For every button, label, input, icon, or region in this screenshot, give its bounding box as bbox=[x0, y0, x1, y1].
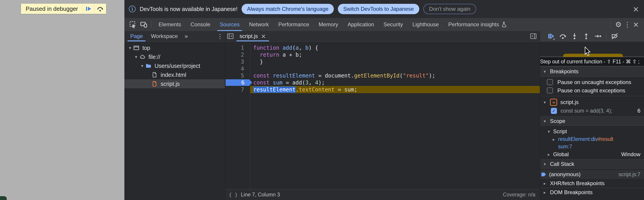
var-value-id: #result bbox=[598, 136, 613, 142]
dom-breakpoints-header[interactable]: ▸ DOM Breakpoints bbox=[540, 188, 644, 197]
step-out-tooltip: Step out of current function - ⇧ F11 - ⌘… bbox=[540, 57, 644, 66]
breakpoints-section-header[interactable]: ▾ Breakpoints bbox=[540, 66, 644, 76]
line-number-1[interactable]: 1 bbox=[225, 44, 250, 51]
navigator-menu-kebab-icon[interactable]: ⋮ bbox=[215, 31, 225, 41]
code-editor[interactable]: 1function add(a, b) {2 return a + b;3 }4… bbox=[225, 41, 540, 189]
tab-console[interactable]: Console bbox=[186, 18, 215, 31]
pause-caught-row[interactable]: Pause on caught exceptions bbox=[540, 86, 644, 95]
devtools-menu-kebab-icon[interactable]: ⋮ bbox=[623, 21, 632, 28]
scope-global-row[interactable]: ▸ Global Window bbox=[540, 150, 644, 158]
always-match-language-button[interactable]: Always match Chrome's language bbox=[242, 4, 334, 14]
call-stack-title: Call Stack bbox=[550, 161, 574, 167]
code-token: ); bbox=[429, 73, 435, 79]
line-number-6[interactable]: 6 bbox=[225, 79, 250, 86]
code-line-text[interactable]: return a + b; bbox=[250, 51, 540, 58]
navigator-tab-workspace[interactable]: Workspace bbox=[147, 31, 182, 41]
step-over-icon[interactable] bbox=[558, 32, 567, 40]
tab-application[interactable]: Application bbox=[343, 18, 378, 31]
tab-label: Performance insights bbox=[448, 21, 499, 28]
breakpoint-entry-row[interactable]: ✓ const sum = add(3, 4); 6 bbox=[540, 107, 644, 115]
tree-expand-icon[interactable]: ▾ bbox=[133, 54, 139, 59]
xhr-breakpoints-header[interactable]: ▸ XHR/fetch Breakpoints bbox=[540, 179, 644, 188]
step-out-icon[interactable] bbox=[582, 32, 590, 40]
editor-tab-close-icon[interactable]: × bbox=[261, 33, 266, 39]
editor-tab-scriptjs[interactable]: script.js × bbox=[236, 31, 270, 41]
scope-title: Scope bbox=[550, 118, 565, 124]
deactivate-breakpoints-icon[interactable] bbox=[610, 32, 619, 40]
line-number-2[interactable]: 2 bbox=[225, 51, 250, 58]
scope-expand-icon: ▾ bbox=[544, 119, 550, 124]
tree-expand-icon[interactable]: ▾ bbox=[139, 63, 145, 68]
code-line-6: 6const sum = add(3, 4); bbox=[225, 79, 540, 86]
line-number-4[interactable]: 4 bbox=[225, 65, 250, 72]
breakpoint-file-row[interactable]: ▾ ‹› script.js bbox=[540, 98, 644, 107]
jsfile-icon bbox=[151, 80, 158, 87]
scope-var-resultelement[interactable]: ▸ resultElement: div#result bbox=[540, 136, 644, 143]
pause-uncaught-checkbox[interactable] bbox=[547, 79, 553, 85]
exception-options: Pause on uncaught exceptions Pause on ca… bbox=[540, 77, 644, 96]
scope-section-header[interactable]: ▾ Scope bbox=[540, 117, 644, 125]
dont-show-again-button[interactable]: Don't show again bbox=[423, 4, 476, 14]
code-line-text[interactable]: const resultElement = document.getElemen… bbox=[250, 72, 540, 79]
tree-expand-icon[interactable]: ▾ bbox=[127, 45, 133, 50]
tree-item-label: Users/user/project bbox=[154, 63, 200, 69]
dom-collapse-icon: ▸ bbox=[544, 190, 550, 195]
navigator-more-tabs-icon[interactable]: » bbox=[182, 31, 190, 41]
tab-label: Sources bbox=[220, 21, 240, 28]
scope-var-sum[interactable]: sum: 7 bbox=[540, 143, 644, 150]
inspect-element-icon[interactable] bbox=[128, 19, 138, 29]
tab-security[interactable]: Security bbox=[379, 18, 408, 31]
step-into-icon[interactable] bbox=[570, 32, 579, 40]
code-line-text[interactable]: function add(a, b) { bbox=[250, 44, 540, 51]
step-over-button-banner[interactable] bbox=[94, 4, 106, 14]
toggle-navigator-panel-icon[interactable] bbox=[225, 32, 236, 41]
code-token: return bbox=[260, 52, 279, 58]
code-token: 3 bbox=[305, 80, 308, 86]
toggle-debugger-sidebar-icon[interactable] bbox=[528, 32, 538, 41]
step-icon[interactable] bbox=[594, 32, 602, 40]
breakpoint-entry-checkbox[interactable]: ✓ bbox=[551, 108, 557, 114]
tab-performance-insights[interactable]: Performance insights bbox=[444, 18, 511, 31]
code-line-text[interactable]: } bbox=[250, 58, 540, 65]
tree-item-index-html[interactable]: index.html bbox=[124, 70, 225, 79]
tree-item-file-[interactable]: ▾file:// bbox=[124, 52, 225, 61]
line-number-7[interactable]: 7 bbox=[225, 86, 250, 93]
code-line-text[interactable]: const sum = add(3, 4); bbox=[250, 79, 540, 86]
toggle-device-toolbar-icon[interactable] bbox=[138, 19, 149, 29]
tree-item-top[interactable]: ▾top bbox=[124, 43, 225, 52]
scope-script-row[interactable]: ▾ Script bbox=[540, 127, 644, 136]
line-number-5[interactable]: 5 bbox=[225, 72, 250, 79]
tab-label: Network bbox=[249, 21, 269, 28]
line-number-3[interactable]: 3 bbox=[225, 58, 250, 65]
code-line-text[interactable] bbox=[250, 65, 540, 72]
infobar-close-icon[interactable]: × bbox=[633, 5, 639, 13]
tab-label: Console bbox=[190, 21, 210, 28]
tab-memory[interactable]: Memory bbox=[314, 18, 343, 31]
code-token: b bbox=[305, 45, 308, 51]
devtools-close-icon[interactable]: × bbox=[632, 20, 640, 29]
tab-lighthouse[interactable]: Lighthouse bbox=[408, 18, 443, 31]
navigator-tab-page[interactable]: Page bbox=[126, 31, 147, 41]
code-line-7: 7resultElement.textContent = sum; bbox=[225, 86, 540, 93]
code-token: = sum; bbox=[334, 86, 357, 93]
tab-network[interactable]: Network bbox=[244, 18, 274, 31]
tree-item-script-js[interactable]: script.js bbox=[124, 79, 225, 88]
call-stack-frame-row[interactable]: (anonymous) script.js:7 bbox=[540, 170, 644, 179]
tree-item-users-user-project[interactable]: ▾Users/user/project bbox=[124, 61, 225, 70]
tab-elements[interactable]: Elements bbox=[154, 18, 186, 31]
pause-uncaught-row[interactable]: Pause on uncaught exceptions bbox=[540, 78, 644, 86]
switch-to-japanese-button[interactable]: Switch DevTools to Japanese bbox=[338, 4, 419, 14]
breakpoint-badge[interactable]: 6 bbox=[226, 79, 252, 86]
tab-performance[interactable]: Performance bbox=[274, 18, 314, 31]
pause-caught-checkbox[interactable] bbox=[547, 87, 553, 93]
pretty-print-braces-icon[interactable]: { } bbox=[229, 192, 238, 198]
code-token: function bbox=[253, 45, 279, 51]
resume-script-icon[interactable] bbox=[547, 32, 555, 40]
code-line-text[interactable]: resultElement.textContent = sum; bbox=[250, 86, 540, 93]
file-icon bbox=[151, 71, 158, 78]
settings-gear-icon[interactable]: ⚙ bbox=[614, 20, 623, 29]
call-stack-section-header[interactable]: ▾ Call Stack bbox=[540, 160, 644, 168]
tab-sources[interactable]: Sources bbox=[215, 18, 244, 31]
resume-script-button[interactable] bbox=[82, 4, 94, 14]
page-bottom-left-shape bbox=[0, 196, 7, 200]
